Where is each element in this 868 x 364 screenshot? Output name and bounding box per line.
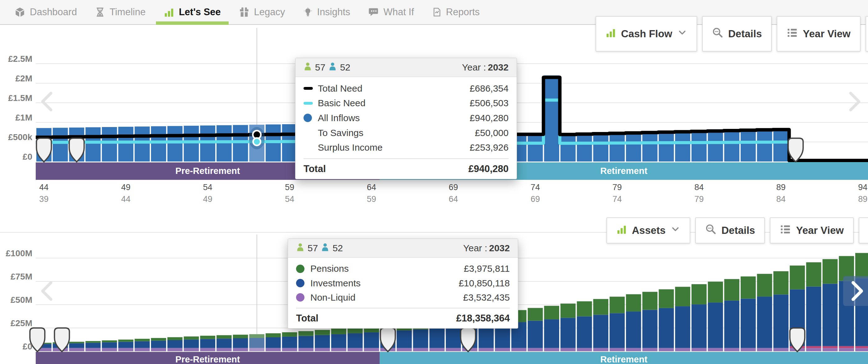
tooltip-header: 57 52 Year :2032 (296, 58, 517, 77)
tooltip-year: Year :2032 (463, 243, 510, 254)
magnifier-icon (705, 224, 716, 237)
svg-text:£2.5M: £2.5M (8, 54, 32, 64)
tooltip-row: All Inflows£940,280 (304, 113, 508, 123)
tooltip-row-value: £10,850,118 (459, 278, 510, 289)
svg-text:89: 89 (776, 183, 786, 192)
nav-item-timeline[interactable]: Timeline (86, 0, 155, 24)
legend-swatch-investments (296, 279, 310, 287)
chevron-down-icon (677, 28, 687, 40)
hourglass-icon (95, 7, 105, 18)
svg-text:64: 64 (448, 194, 458, 204)
svg-text:44: 44 (39, 183, 49, 192)
svg-text:49: 49 (121, 183, 130, 192)
svg-text:84: 84 (694, 183, 704, 192)
person2-icon (329, 62, 337, 73)
highlighted-bar[interactable] (249, 334, 265, 351)
y-axis-labels: £100M£75M£50M£25M£0 (6, 249, 32, 351)
svg-text:74: 74 (531, 183, 540, 192)
svg-text:£100M: £100M (6, 249, 32, 258)
nav-item-label: Dashboard (30, 6, 77, 18)
svg-text:74: 74 (613, 194, 622, 204)
nav-item-legacy[interactable]: Legacy (230, 0, 294, 24)
chart-menu-button[interactable] (866, 16, 868, 52)
person2-icon (321, 242, 329, 254)
phase-bands: Pre-RetirementRetirement (36, 352, 868, 364)
tooltip-row-label: Total Need (318, 83, 470, 94)
tooltip-row: To Savings£50,000 (304, 128, 508, 138)
phase-label: Retirement (600, 354, 647, 364)
list-icon (780, 224, 791, 237)
person1-age: 57 (308, 243, 318, 254)
svg-text:79: 79 (613, 183, 622, 192)
document-icon (432, 7, 441, 18)
nav-item-label: Let's See (179, 6, 221, 18)
chevron-down-icon (671, 224, 680, 237)
magnifier-icon (712, 27, 723, 41)
tooltip-ages: 57 52 (296, 242, 343, 254)
svg-text:59: 59 (285, 183, 294, 192)
svg-text:£1.5M: £1.5M (8, 93, 32, 103)
bar-chart-icon (616, 224, 627, 237)
legend-swatch-pensions (296, 265, 310, 273)
tooltip-row-label: Surplus Income (318, 142, 470, 153)
chart-type-select-cashflow[interactable]: Cash Flow (595, 16, 697, 52)
details-label: Details (728, 28, 762, 40)
chart-menu-button[interactable] (859, 218, 868, 243)
scroll-right-icon[interactable] (850, 93, 859, 110)
nav-item-insights[interactable]: Insights (294, 0, 360, 24)
svg-text:£1M: £1M (16, 113, 32, 122)
legend-swatch-all-inflows (304, 114, 318, 122)
cashflow-tooltip: 57 52 Year :2032 Total Need£686,354Basic… (295, 58, 517, 179)
tooltip-row-value: £686,354 (470, 83, 508, 94)
person2-age: 52 (340, 62, 350, 73)
tooltip-row-label: Non-Liquid (310, 292, 463, 303)
tooltip-row-value: £940,280 (470, 113, 508, 123)
phase-label: Retirement (600, 166, 647, 176)
tooltip-total-row: Total £940,280 (304, 158, 508, 179)
phase-label: Pre-Retirement (176, 166, 240, 176)
chart-type-label: Cash Flow (621, 28, 672, 40)
svg-text:69: 69 (448, 183, 458, 192)
tooltip-row-label: Pensions (310, 263, 464, 274)
svg-text:£0: £0 (23, 152, 32, 162)
svg-text:94: 94 (858, 183, 867, 192)
person1-age: 57 (315, 62, 325, 73)
nav-item-dashboard[interactable]: Dashboard (6, 0, 86, 24)
chart-type-label: Assets (632, 225, 665, 236)
nav-item-label: What If (383, 6, 414, 18)
scroll-left-icon[interactable] (42, 283, 51, 299)
year-view-label: Year View (803, 28, 850, 40)
tooltip-row-value: £3,975,811 (464, 263, 510, 274)
tooltip-row-value: £253,926 (470, 142, 508, 153)
nav-item-label: Timeline (110, 6, 146, 18)
scroll-left-icon[interactable] (42, 93, 51, 110)
year-view-button[interactable]: Year View (777, 16, 861, 52)
chart-type-select-assets[interactable]: Assets (607, 218, 690, 243)
nav-item-what-if[interactable]: What If (359, 0, 423, 24)
y-axis-labels: £2.5M£2M£1.5M£1M£500k£0 (8, 54, 32, 162)
tooltip-row-value: £50,000 (475, 128, 508, 138)
details-button[interactable]: Details (695, 218, 765, 243)
tooltip-row-value: £506,503 (470, 98, 508, 108)
svg-text:£50M: £50M (10, 295, 32, 305)
nav-item-lets-see[interactable]: Let's See (155, 0, 230, 24)
scroll-right-button[interactable] (843, 276, 868, 306)
nav-item-reports[interactable]: Reports (423, 0, 489, 24)
list-icon (786, 27, 798, 41)
tooltip-row: Investments£10,850,118 (296, 278, 510, 289)
tooltip-row-label: All Inflows (318, 113, 470, 123)
svg-text:64: 64 (367, 183, 376, 192)
svg-text:£75M: £75M (10, 272, 32, 282)
tooltip-row: Surplus Income£253,926 (304, 142, 508, 153)
tooltip-row-label: Basic Need (318, 98, 470, 108)
person1-icon (304, 62, 312, 73)
year-view-button[interactable]: Year View (770, 218, 854, 243)
tooltip-row-label: To Savings (318, 128, 475, 138)
bar-chart-icon (606, 27, 616, 40)
details-button[interactable]: Details (702, 16, 772, 52)
legend-swatch-total-need (304, 87, 318, 90)
cashflow-toolbar: Cash Flow Details Year View (595, 16, 868, 52)
year-view-label: Year View (796, 225, 844, 236)
svg-text:£0: £0 (23, 342, 32, 351)
bulb-icon (303, 7, 313, 18)
